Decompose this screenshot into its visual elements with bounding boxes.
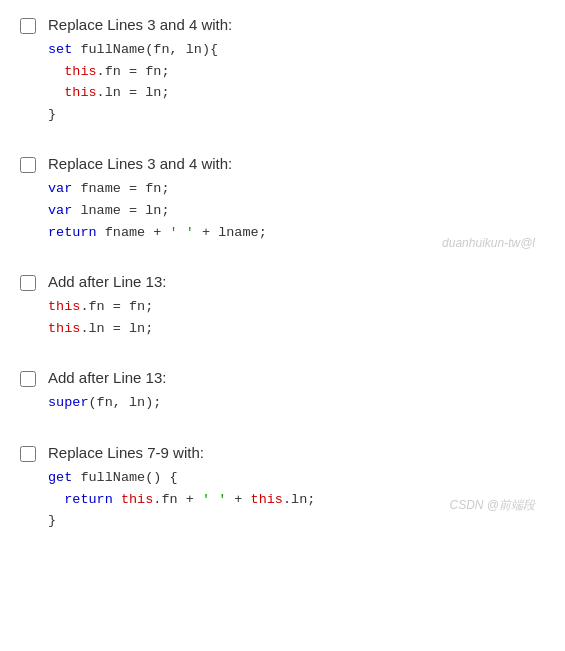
checkbox-3[interactable] — [20, 275, 36, 291]
option-block-3: Add after Line 13: this.fn = fn; this.ln… — [20, 273, 545, 341]
checkbox-1[interactable] — [20, 18, 36, 34]
checkbox-3-wrapper[interactable] — [20, 275, 36, 295]
option-5-content: Replace Lines 7-9 with: get fullName() {… — [48, 444, 545, 534]
option-1-code: set fullName(fn, ln){ this.fn = fn; this… — [48, 37, 545, 127]
option-3-code: this.fn = fn; this.ln = ln; — [48, 294, 545, 341]
checkbox-5-wrapper[interactable] — [20, 446, 36, 466]
option-block-4: Add after Line 13: super(fn, ln); — [20, 369, 545, 416]
option-4-content: Add after Line 13: super(fn, ln); — [48, 369, 545, 416]
option-4-code: super(fn, ln); — [48, 390, 545, 416]
option-1-label: Replace Lines 3 and 4 with: — [48, 16, 545, 33]
option-3-label: Add after Line 13: — [48, 273, 545, 290]
option-1-content: Replace Lines 3 and 4 with: set fullName… — [48, 16, 545, 127]
option-block-1: Replace Lines 3 and 4 with: set fullName… — [20, 16, 545, 127]
option-2-content: Replace Lines 3 and 4 with: var fname = … — [48, 155, 545, 245]
option-2-code: var fname = fn; var lname = ln; return f… — [48, 176, 545, 245]
checkbox-4-wrapper[interactable] — [20, 371, 36, 391]
option-block-5: Replace Lines 7-9 with: get fullName() {… — [20, 444, 545, 534]
checkbox-2[interactable] — [20, 157, 36, 173]
quiz-container: Replace Lines 3 and 4 with: set fullName… — [20, 16, 545, 534]
option-block-2: Replace Lines 3 and 4 with: var fname = … — [20, 155, 545, 245]
option-3-content: Add after Line 13: this.fn = fn; this.ln… — [48, 273, 545, 341]
checkbox-5[interactable] — [20, 446, 36, 462]
option-5-label: Replace Lines 7-9 with: — [48, 444, 545, 461]
option-2-label: Replace Lines 3 and 4 with: — [48, 155, 545, 172]
checkbox-2-wrapper[interactable] — [20, 157, 36, 177]
watermark-2: CSDN @前端段 — [449, 497, 535, 514]
checkbox-1-wrapper[interactable] — [20, 18, 36, 38]
watermark-1: duanhuikun-tw@l — [442, 236, 535, 250]
checkbox-4[interactable] — [20, 371, 36, 387]
option-4-label: Add after Line 13: — [48, 369, 545, 386]
